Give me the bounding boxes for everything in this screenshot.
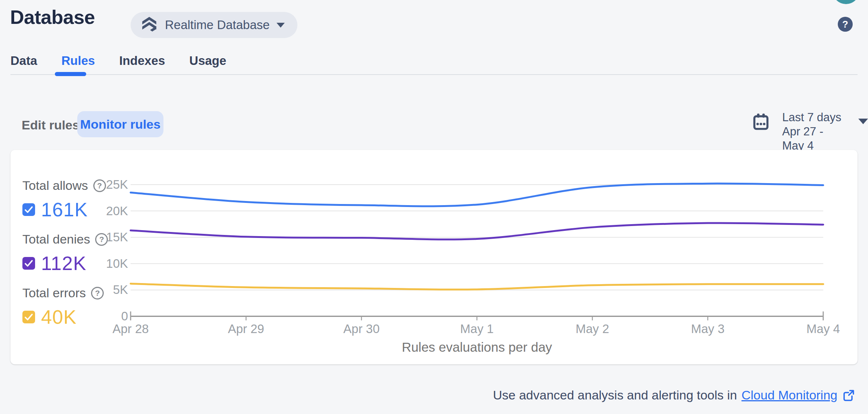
svg-text:Apr 28: Apr 28 (112, 322, 149, 336)
svg-text:15K: 15K (106, 230, 128, 244)
svg-text:Rules evaluations per day: Rules evaluations per day (402, 340, 552, 354)
tabs-divider (10, 74, 858, 75)
monitor-rules-button[interactable]: Monitor rules (77, 111, 163, 137)
svg-text:May 3: May 3 (691, 322, 725, 336)
svg-text:Apr 29: Apr 29 (228, 322, 264, 336)
tab-indexes[interactable]: Indexes (119, 54, 165, 68)
tab-data[interactable]: Data (10, 54, 37, 68)
svg-text:May 4: May 4 (806, 322, 840, 336)
calendar-icon (753, 113, 769, 153)
chevron-down-icon (277, 23, 285, 28)
svg-text:0: 0 (121, 309, 128, 323)
date-range-value: Apr 27 - May 4 (782, 125, 848, 153)
svg-text:20K: 20K (106, 204, 128, 218)
active-tab-underline (55, 72, 86, 76)
chevron-down-icon (858, 119, 868, 124)
svg-text:25K: 25K (106, 178, 128, 191)
page-title: Database (10, 6, 95, 28)
date-range-preset: Last 7 days (782, 110, 848, 125)
cloud-monitoring-note: Use advanced analysis and alerting tools… (493, 388, 855, 402)
database-selector[interactable]: Realtime Database (131, 12, 297, 38)
svg-text:10K: 10K (106, 257, 128, 270)
external-link-icon[interactable] (842, 389, 855, 402)
realtime-database-icon (140, 15, 159, 35)
tab-bar: Data Rules Indexes Usage (10, 54, 226, 68)
database-selector-label: Realtime Database (165, 18, 270, 32)
svg-text:Apr 30: Apr 30 (343, 322, 380, 336)
svg-text:May 1: May 1 (460, 322, 494, 336)
footer-text: Use advanced analysis and alerting tools… (493, 388, 737, 402)
edit-rules-button[interactable]: Edit rules (22, 118, 79, 132)
tab-rules[interactable]: Rules (62, 54, 95, 68)
question-mark-icon: ? (842, 19, 848, 30)
svg-text:May 2: May 2 (575, 322, 609, 336)
help-button[interactable]: ? (838, 17, 853, 32)
avatar[interactable] (833, 0, 859, 4)
svg-text:5K: 5K (113, 283, 128, 297)
rules-monitor-card: Total allows ? 161K Total denies ? 112K … (10, 150, 858, 364)
tab-usage[interactable]: Usage (189, 54, 226, 68)
date-range-picker[interactable]: Last 7 days Apr 27 - May 4 (753, 110, 868, 153)
cloud-monitoring-link[interactable]: Cloud Monitoring (741, 388, 837, 402)
rules-evaluations-chart: 05K10K15K20K25KApr 28Apr 29Apr 30May 1Ma… (10, 150, 858, 364)
